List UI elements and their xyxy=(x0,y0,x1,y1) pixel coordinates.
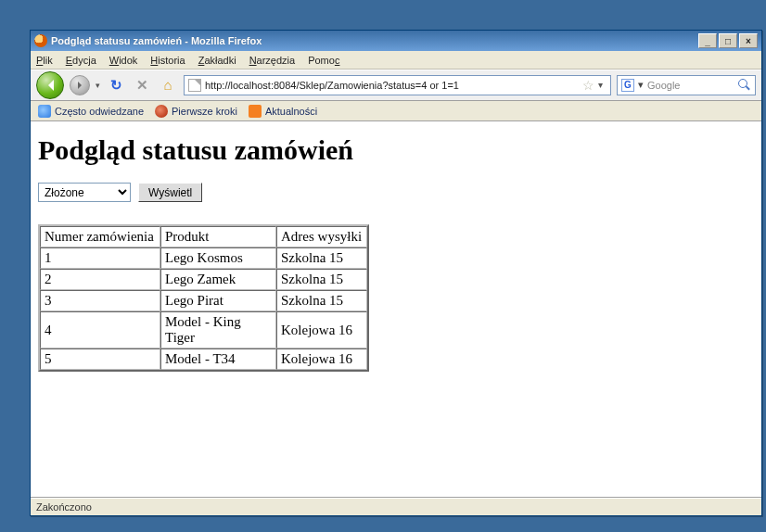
google-icon: G xyxy=(621,79,634,92)
page-heading: Podgląd statusu zamówień xyxy=(38,134,754,166)
search-icon[interactable] xyxy=(738,79,751,92)
bookmark-first-steps[interactable]: Pierwsze kroki xyxy=(155,105,237,118)
first-steps-icon xyxy=(155,105,168,118)
table-cell: Model - T34 xyxy=(160,348,276,370)
table-row: 1Lego KosmosSzkolna 15 xyxy=(40,247,367,269)
table-cell: Szkolna 15 xyxy=(276,269,367,290)
col-address: Adres wysyłki xyxy=(276,226,367,247)
orders-table: Numer zamówienia Produkt Adres wysyłki 1… xyxy=(38,224,369,372)
table-cell: 2 xyxy=(40,269,160,290)
status-select[interactable]: Złożone xyxy=(38,183,131,202)
status-text: Zakończono xyxy=(36,501,92,513)
table-cell: Kolejowa 16 xyxy=(276,311,367,348)
table-cell: Lego Pirat xyxy=(160,290,276,311)
view-button[interactable]: Wyświetl xyxy=(138,183,202,202)
table-row: 2Lego ZamekSzkolna 15 xyxy=(40,269,367,290)
table-cell: 5 xyxy=(40,348,160,370)
firefox-icon xyxy=(34,34,47,47)
table-row: 4Model - King TigerKolejowa 16 xyxy=(40,311,367,348)
window-title: Podgląd statusu zamówień - Mozilla Firef… xyxy=(51,35,698,46)
most-visited-icon xyxy=(38,105,51,118)
close-button[interactable]: × xyxy=(739,33,758,48)
col-order-no: Numer zamówienia xyxy=(40,226,160,247)
search-box[interactable]: G ▾ Google xyxy=(617,75,756,95)
search-dropdown-icon[interactable]: ▾ xyxy=(638,79,644,91)
table-cell: 4 xyxy=(40,311,160,348)
statusbar: Zakończono xyxy=(31,497,761,515)
titlebar[interactable]: Podgląd statusu zamówień - Mozilla Firef… xyxy=(31,31,761,51)
table-cell: Model - King Tiger xyxy=(160,311,276,348)
url-dropdown-icon[interactable]: ▾ xyxy=(598,80,606,90)
menu-edit[interactable]: Edycja xyxy=(66,55,96,66)
back-button[interactable] xyxy=(36,71,64,99)
table-cell: Kolejowa 16 xyxy=(276,348,367,370)
bookmarks-toolbar: Często odwiedzane Pierwsze kroki Aktualn… xyxy=(31,101,761,121)
bookmark-label: Pierwsze kroki xyxy=(172,106,237,117)
menu-bookmarks[interactable]: Zakładki xyxy=(198,55,236,66)
bookmark-most-visited[interactable]: Często odwiedzane xyxy=(38,105,144,118)
filter-controls: Złożone Wyświetl xyxy=(38,183,754,202)
url-text: http://localhost:8084/Sklep/Zamowienia?s… xyxy=(205,80,579,91)
menu-help[interactable]: Pomoc xyxy=(308,55,339,66)
table-header-row: Numer zamówienia Produkt Adres wysyłki xyxy=(40,226,367,247)
page-content: Podgląd statusu zamówień Złożone Wyświet… xyxy=(31,121,761,497)
table-cell: Szkolna 15 xyxy=(276,247,367,269)
reload-button[interactable]: ↻ xyxy=(106,75,126,95)
home-button[interactable]: ⌂ xyxy=(158,75,178,95)
rss-icon xyxy=(249,105,262,118)
bookmark-label: Aktualności xyxy=(265,106,317,117)
table-row: 5Model - T34Kolejowa 16 xyxy=(40,348,367,370)
bookmark-star-icon[interactable]: ☆ xyxy=(582,78,594,93)
stop-button[interactable]: ✕ xyxy=(132,75,152,95)
bookmark-news[interactable]: Aktualności xyxy=(249,105,317,118)
nav-toolbar: ▾ ↻ ✕ ⌂ http://localhost:8084/Sklep/Zamo… xyxy=(31,70,761,101)
nav-dropdown-icon[interactable]: ▾ xyxy=(96,81,100,90)
search-placeholder: Google xyxy=(647,80,680,91)
col-product: Produkt xyxy=(160,226,276,247)
menu-file[interactable]: Plik xyxy=(36,55,53,66)
forward-button[interactable] xyxy=(70,75,90,95)
minimize-button[interactable]: _ xyxy=(698,33,717,48)
menubar: Plik Edycja Widok Historia Zakładki Narz… xyxy=(31,51,761,70)
menu-history[interactable]: Historia xyxy=(150,55,185,66)
table-row: 3Lego PiratSzkolna 15 xyxy=(40,290,367,311)
url-bar[interactable]: http://localhost:8084/Sklep/Zamowienia?s… xyxy=(184,75,611,95)
browser-window: Podgląd statusu zamówień - Mozilla Firef… xyxy=(30,30,762,516)
table-cell: 3 xyxy=(40,290,160,311)
table-cell: Lego Zamek xyxy=(160,269,276,290)
page-icon xyxy=(188,79,201,92)
menu-view[interactable]: Widok xyxy=(109,55,138,66)
table-cell: 1 xyxy=(40,247,160,269)
maximize-button[interactable]: □ xyxy=(719,33,737,48)
table-cell: Szkolna 15 xyxy=(276,290,367,311)
table-cell: Lego Kosmos xyxy=(160,247,276,269)
bookmark-label: Często odwiedzane xyxy=(55,106,144,117)
menu-tools[interactable]: Narzędzia xyxy=(249,55,296,66)
